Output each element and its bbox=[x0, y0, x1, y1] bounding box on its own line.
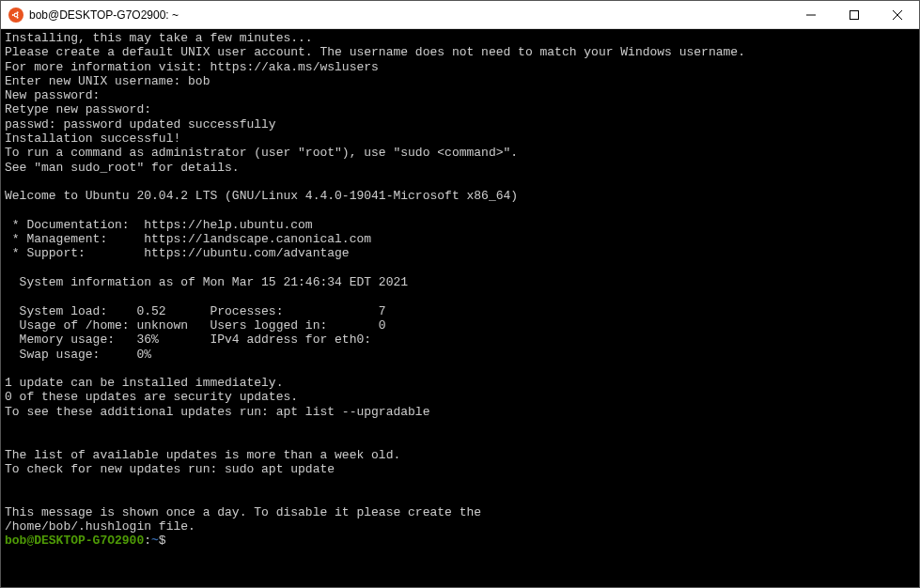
terminal-line: Usage of /home: unknown Users logged in:… bbox=[5, 318, 915, 333]
terminal-line: System information as of Mon Mar 15 21:4… bbox=[5, 275, 915, 289]
terminal-line: * Documentation: https://help.ubuntu.com bbox=[5, 218, 915, 232]
prompt-symbol: $ bbox=[159, 534, 166, 548]
prompt-user-host: bob@DESKTOP-G7O2900 bbox=[5, 534, 144, 548]
terminal-line: Swap usage: 0% bbox=[5, 348, 915, 362]
svg-point-3 bbox=[17, 16, 19, 18]
close-icon bbox=[893, 10, 902, 20]
close-button[interactable] bbox=[876, 1, 919, 28]
terminal-line: System load: 0.52 Processes: 7 bbox=[5, 304, 915, 318]
minimize-button[interactable] bbox=[789, 1, 833, 28]
svg-point-2 bbox=[17, 11, 19, 13]
terminal-line: This message is shown once a day. To dis… bbox=[5, 505, 915, 519]
window-title: bob@DESKTOP-G7O2900: ~ bbox=[29, 8, 789, 22]
terminal-line: /home/bob/.hushlogin file. bbox=[5, 519, 915, 534]
terminal-line bbox=[5, 476, 915, 490]
terminal-line bbox=[5, 204, 915, 218]
terminal-line: To run a command as administrator (user … bbox=[5, 146, 915, 160]
terminal-line bbox=[5, 289, 915, 303]
ubuntu-icon bbox=[8, 8, 23, 23]
terminal-content[interactable]: Installing, this may take a few minutes.… bbox=[1, 29, 919, 587]
terminal-line bbox=[5, 362, 915, 376]
minimize-icon bbox=[806, 10, 816, 20]
terminal-line: 0 of these updates are security updates. bbox=[5, 390, 915, 404]
svg-rect-5 bbox=[850, 10, 859, 19]
prompt-line: bob@DESKTOP-G7O2900:~$ bbox=[5, 534, 915, 548]
terminal-line: Installing, this may take a few minutes.… bbox=[5, 31, 915, 45]
prompt-colon: : bbox=[144, 534, 151, 548]
maximize-icon bbox=[850, 10, 859, 20]
terminal-line: To see these additional updates run: apt… bbox=[5, 405, 915, 419]
terminal-line bbox=[5, 491, 915, 505]
terminal-line: * Support: https://ubuntu.com/advantage bbox=[5, 246, 915, 260]
svg-point-1 bbox=[12, 14, 14, 16]
terminal-line: For more information visit: https://aka.… bbox=[5, 60, 915, 74]
maximize-button[interactable] bbox=[833, 1, 876, 28]
terminal-line: To check for new updates run: sudo apt u… bbox=[5, 462, 915, 476]
terminal-line: Retype new password: bbox=[5, 102, 915, 116]
terminal-line: See "man sudo_root" for details. bbox=[5, 161, 915, 175]
terminal-line: 1 update can be installed immediately. bbox=[5, 376, 915, 390]
terminal-line: Enter new UNIX username: bob bbox=[5, 74, 915, 88]
prompt-path: ~ bbox=[151, 534, 159, 548]
terminal-line: The list of available updates is more th… bbox=[5, 448, 915, 462]
terminal-line bbox=[5, 261, 915, 275]
terminal-window: bob@DESKTOP-G7O2900: ~ Installing, this … bbox=[0, 0, 920, 588]
svg-point-0 bbox=[14, 13, 18, 17]
titlebar[interactable]: bob@DESKTOP-G7O2900: ~ bbox=[1, 1, 919, 29]
terminal-line bbox=[5, 433, 915, 447]
terminal-line: Please create a default UNIX user accoun… bbox=[5, 45, 915, 59]
terminal-line: New password: bbox=[5, 88, 915, 102]
ubuntu-logo-icon bbox=[11, 10, 21, 20]
terminal-line: Memory usage: 36% IPv4 address for eth0: bbox=[5, 333, 915, 347]
window-controls bbox=[789, 1, 919, 28]
terminal-line: Welcome to Ubuntu 20.04.2 LTS (GNU/Linux… bbox=[5, 189, 915, 203]
terminal-line bbox=[5, 419, 915, 433]
terminal-line: Installation successful! bbox=[5, 132, 915, 146]
terminal-line bbox=[5, 175, 915, 189]
terminal-line: passwd: password updated successfully bbox=[5, 117, 915, 132]
terminal-line: * Management: https://landscape.canonica… bbox=[5, 232, 915, 246]
